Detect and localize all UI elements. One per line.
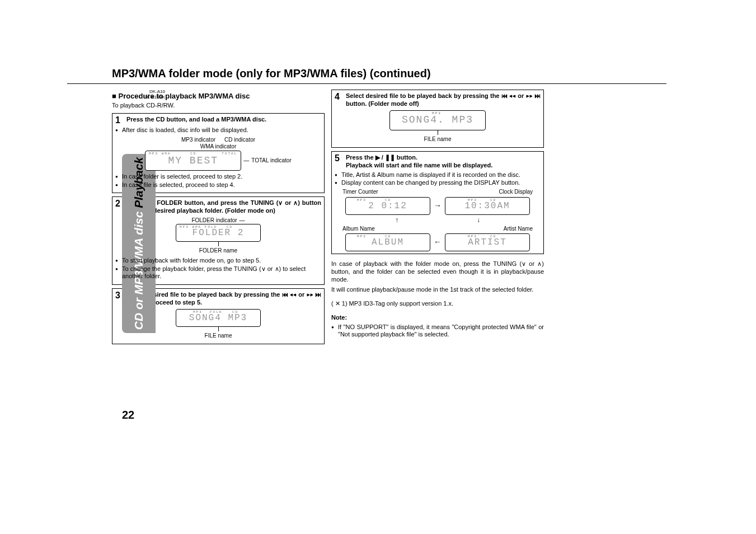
step-4-title: Select desired file to be played back by… — [346, 92, 541, 108]
album-cd-tag: CD — [385, 235, 391, 239]
playback-cdr-text: To playback CD-R/RW. — [112, 102, 325, 110]
step-5-title-1: Press the ▶ / ❚❚ button. — [346, 154, 417, 161]
step-4-file-name-label: FILE name — [424, 136, 452, 143]
arrow-down-col: ↓ — [477, 216, 480, 224]
step-5-labels-mid: Album Name Artist Name — [342, 226, 533, 233]
step-5-lcd-row-2: MP3 CD ALBUM ← MP3 CD ARTIST — [335, 233, 541, 251]
lcd-cd-tag-2: CD — [227, 225, 233, 229]
content-columns: ■ Procedure to playback MP3/WMA disc To … — [112, 90, 689, 348]
model-codes: DK-A10 DK-A10BK — [132, 89, 165, 100]
step-5-lcd-group: Timer Counter Clock Display MP3 CD 2 0:1… — [335, 189, 541, 251]
step-5-box: 5 Press the ▶ / ❚❚ button. Playback will… — [331, 151, 544, 254]
lcd-fold-tag-3: FOLD — [210, 310, 222, 315]
step-5-head: 5 Press the ▶ / ❚❚ button. Playback will… — [335, 154, 541, 170]
step-1-bul3: In case file is selected, proceed to ste… — [115, 181, 321, 189]
lcd-tags-2: MP3 WMA FOLD — [180, 225, 217, 229]
step-5-labels-top: Timer Counter Clock Display — [342, 189, 533, 196]
lcd-mp3-tag-3: MP3 — [193, 310, 203, 315]
step-1-indicator-row-1: MP3 indicator CD indicator — [181, 137, 255, 144]
step-4-box: 4 Select desired file to be played back … — [331, 90, 544, 148]
timer-lcd: MP3 CD 2 0:12 — [345, 197, 430, 215]
step-5-lcd-row-1: MP3 CD 2 0:12 → MP3 CD 10:30AM — [335, 197, 541, 215]
folder-leader: — — [240, 217, 245, 224]
lcd-cd-tag: CD — [190, 152, 196, 156]
step-1-indicator-row-2: WMA indicator — [200, 143, 236, 151]
cd-indicator-label: CD indicator — [224, 137, 255, 144]
lcd-cd-tag-3: CD — [232, 310, 238, 315]
step-2-bullets: To start playback with folder mode on, g… — [115, 257, 321, 280]
album-lcd: MP3 CD ALBUM — [345, 233, 430, 251]
step-4-head: 4 Select desired file to be played back … — [335, 92, 541, 108]
wma-indicator-label: WMA indicator — [200, 143, 236, 151]
step-2-title: Press the FOLDER button, and press the T… — [126, 199, 321, 215]
step-5-mid-arrows: ↑ ↓ — [335, 216, 541, 224]
step-1-bul1: After disc is loaded, disc info will be … — [115, 127, 321, 134]
arrow-down-icon: ↓ — [477, 216, 480, 224]
step-5-title-2: Playback will start and file name will b… — [346, 162, 492, 168]
step-1-bullets-bottom: In case folder is selected, proceed to s… — [115, 173, 321, 189]
arrow-left-icon: ← — [434, 237, 442, 247]
total-leader: — — [243, 157, 249, 165]
step-1-head: 1 Press the CD button, and load a MP3/WM… — [115, 116, 321, 125]
note-bullet-1: If "NO SUPPORT" is displayed, it means "… — [331, 324, 544, 339]
step-4-leader-line — [438, 130, 438, 135]
step-5-number: 5 — [335, 154, 342, 163]
album-name-label: Album Name — [342, 226, 375, 233]
manual-page: DK-A10 DK-A10BK MP3/WMA folder mode (onl… — [0, 0, 756, 534]
step-2-bul2: To change the playback folder, press the… — [115, 265, 321, 281]
right-para-2: It will continue playback/pause mode in … — [331, 286, 544, 294]
step-4-lcd: MP3 SONG4. MP3 — [389, 110, 486, 130]
step-2-bul1: To start playback with folder mode on, g… — [115, 257, 321, 265]
step-5-bul2: Display content can be changed by pressi… — [335, 179, 541, 187]
artist-name-label: Artist Name — [504, 226, 533, 233]
step-5-bullets: Title, Artist & Album name is displayed … — [335, 171, 541, 188]
step-1-number: 1 — [115, 116, 123, 125]
step-1-lcd-text: MY BEST — [168, 154, 218, 167]
note-heading: Note: — [331, 314, 544, 322]
step-1-box: 1 Press the CD button, and load a MP3/WM… — [112, 113, 325, 193]
right-column: 4 Select desired file to be played back … — [331, 90, 544, 348]
mp3-indicator-label: MP3 indicator — [181, 137, 215, 144]
step-1-bul2: In case folder is selected, proceed to s… — [115, 173, 321, 181]
step-3-file-name-label: FILE name — [205, 332, 232, 340]
lcd-total-tag: TOTAL — [222, 152, 237, 156]
timer-cd-tag: CD — [385, 198, 391, 203]
model-line-2: DK-A10BK — [132, 95, 165, 100]
arrow-up-col: ↑ — [395, 216, 398, 224]
step-1-title: Press the CD button, and load a MP3/WMA … — [126, 116, 266, 124]
model-line-1: DK-A10 — [132, 89, 165, 95]
step-5-bul1: Title, Artist & Album name is displayed … — [335, 171, 541, 179]
right-para-1: In case of playback with the folder mode… — [331, 260, 544, 283]
total-indicator-label: TOTAL indicator — [251, 157, 292, 165]
clock-lcd: MP3 CD 10:30AM — [445, 197, 530, 215]
step-2-leader-line — [218, 242, 219, 246]
clock-mp3-tag: MP3 — [468, 198, 477, 203]
page-title: MP3/WMA folder mode (only for MP3/WMA fi… — [112, 67, 689, 80]
step-1-lcd-wrap: MP3 indicator CD indicator WMA indicator… — [115, 137, 321, 171]
folder-name-label: FOLDER name — [199, 247, 237, 255]
page-number: 22 — [122, 409, 134, 421]
step-4-number: 4 — [335, 92, 342, 101]
step-2-lcd: MP3 WMA FOLD CD FOLDER 2 — [176, 224, 261, 242]
timer-counter-label: Timer Counter — [342, 189, 378, 196]
folder-indicator-label: FOLDER indicator — [191, 217, 237, 224]
step-1-bullets-top: After disc is loaded, disc info will be … — [115, 127, 321, 134]
clock-cd-tag: CD — [490, 198, 496, 203]
album-mp3-tag: MP3 — [357, 235, 367, 239]
step-1-lcd: MP3 WMA CD TOTAL MY BEST — [145, 151, 241, 171]
lcd-mp3-wma-tag: MP3 WMA — [149, 152, 171, 156]
step-3-leader-line — [218, 327, 219, 331]
right-para-3: ( ✕ 1) MP3 ID3-Tag only support version … — [331, 300, 544, 308]
arrow-up-icon: ↑ — [395, 216, 398, 224]
artist-cd-tag: CD — [490, 235, 496, 239]
step-5-title-wrap: Press the ▶ / ❚❚ button. Playback will s… — [346, 154, 492, 170]
lcd-mp3-tag-4: MP3 — [432, 111, 442, 116]
timer-mp3-tag: MP3 — [357, 198, 367, 203]
arrow-right-icon: → — [434, 201, 442, 211]
clock-display-label: Clock Display — [499, 189, 533, 196]
note-bullets: If "NO SUPPORT" is displayed, it means "… — [331, 324, 544, 339]
square-bullet-icon: ■ — [112, 92, 118, 100]
step-3-title: Select desired file to be played back by… — [126, 291, 321, 307]
artist-lcd: MP3 CD ARTIST — [445, 233, 530, 251]
horizontal-rule — [67, 83, 666, 84]
